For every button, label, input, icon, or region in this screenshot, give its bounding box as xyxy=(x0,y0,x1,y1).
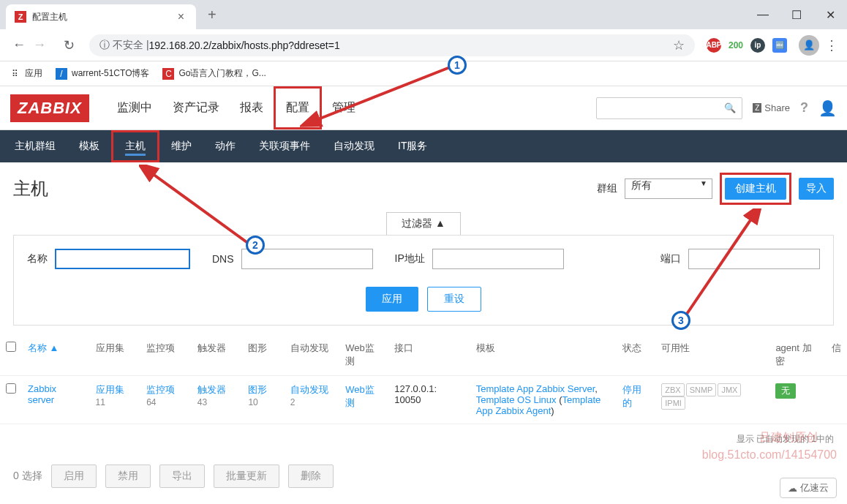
subnav-hostgroups[interactable]: 主机群组 xyxy=(3,130,67,162)
browser-menu-icon[interactable]: ⋮ xyxy=(825,37,838,53)
bulk-massupdate-button[interactable]: 批量更新 xyxy=(214,464,279,488)
triggers-link[interactable]: 触发器 43 xyxy=(197,384,226,407)
reload-button[interactable]: ↻ xyxy=(59,35,79,56)
filter-ip-input[interactable] xyxy=(432,249,564,269)
address-bar[interactable]: ⓘ 不安全 | 192.168.20.2/zabbix/hosts.php?dd… xyxy=(89,34,695,56)
bookmark-favicon-icon: / xyxy=(56,68,67,80)
group-label: 群组 xyxy=(597,182,617,195)
col-web[interactable]: Web监测 xyxy=(339,334,388,376)
page-title: 主机 xyxy=(13,177,48,200)
col-apps[interactable]: 应用集 xyxy=(90,334,141,376)
insecure-label: 不安全 | xyxy=(113,39,149,52)
row-checkbox[interactable] xyxy=(6,383,16,394)
filter-apply-button[interactable]: 应用 xyxy=(366,287,418,312)
table-row: Zabbix server 应用集 11 监控项 64 触发器 43 图形 10… xyxy=(0,376,847,424)
translate-icon[interactable]: 🔤 xyxy=(772,38,787,53)
maximize-icon[interactable]: ☐ xyxy=(780,0,813,29)
browser-tab[interactable]: Z 配置主机 × xyxy=(6,4,196,29)
subnav-templates[interactable]: 模板 xyxy=(67,130,111,162)
bookmark-label: Go语言入门教程，G... xyxy=(178,67,266,80)
search-input[interactable]: 🔍 xyxy=(596,97,742,119)
browser-tab-strip: Z 配置主机 × + — ☐ ✕ xyxy=(0,0,847,29)
subnav-maintenance[interactable]: 维护 xyxy=(159,130,203,162)
col-triggers[interactable]: 触发器 xyxy=(192,334,243,376)
apps-shortcut[interactable]: ⠿ 应用 xyxy=(9,67,42,80)
bookmarks-bar: ⠿ 应用 / warrent-51CTO博客 C Go语言入门教程，G... xyxy=(0,61,847,86)
discovery-link[interactable]: 自动发现 2 xyxy=(290,384,328,407)
help-icon[interactable]: ? xyxy=(800,100,808,116)
host-name-link[interactable]: Zabbix server xyxy=(28,383,56,405)
filter-port-input[interactable] xyxy=(688,249,820,269)
share-button[interactable]: Z Share xyxy=(753,102,790,113)
url-text: 192.168.20.2/zabbix/hosts.php?ddreset=1 xyxy=(149,40,340,51)
group-value: 所有 xyxy=(631,179,652,191)
user-icon[interactable]: 👤 xyxy=(818,99,837,117)
minimize-icon[interactable]: — xyxy=(746,0,780,29)
bulk-export-button[interactable]: 导出 xyxy=(159,464,205,488)
sub-nav: 主机群组 模板 主机 维护 动作 关联项事件 自动发现 IT服务 xyxy=(0,130,847,162)
web-link[interactable]: Web监测 xyxy=(345,384,374,408)
bulk-disable-button[interactable]: 禁用 xyxy=(105,464,151,488)
filter-name-input[interactable] xyxy=(55,249,190,269)
create-host-highlight: 创建主机 xyxy=(720,173,791,205)
col-discovery[interactable]: 自动发现 xyxy=(285,334,340,376)
col-interface: 接口 xyxy=(388,334,470,376)
subnav-actions[interactable]: 动作 xyxy=(203,130,247,162)
extensions: ABP 200 ip 🔤 xyxy=(701,38,793,53)
table-header-row: 名称 ▲ 应用集 监控项 触发器 图形 自动发现 Web监测 接口 模板 状态 … xyxy=(0,334,847,376)
avail-snmp: SNMP xyxy=(686,383,717,396)
group-select[interactable]: 所有 xyxy=(625,178,712,199)
bookmark-2[interactable]: C Go语言入门教程，G... xyxy=(162,67,266,80)
filter-name-label: 名称 xyxy=(27,252,48,266)
subnav-discovery[interactable]: 自动发现 xyxy=(322,130,386,162)
filter-reset-button[interactable]: 重设 xyxy=(427,287,481,312)
profile-avatar[interactable]: 👤 xyxy=(799,35,819,56)
col-status[interactable]: 状态 xyxy=(617,334,656,376)
graphs-link[interactable]: 图形 10 xyxy=(248,384,267,407)
search-icon: 🔍 xyxy=(724,102,736,113)
back-button[interactable]: ← xyxy=(9,35,29,56)
col-graphs[interactable]: 图形 xyxy=(242,334,284,376)
tab-close-icon[interactable]: × xyxy=(175,10,187,23)
close-icon[interactable]: ✕ xyxy=(813,0,847,29)
subnav-hosts[interactable]: 主机 xyxy=(111,130,159,162)
col-items[interactable]: 监控项 xyxy=(140,334,192,376)
bookmark-star-icon[interactable]: ☆ xyxy=(673,37,685,53)
bulk-enable-button[interactable]: 启用 xyxy=(51,464,97,488)
apps-link[interactable]: 应用集 11 xyxy=(96,384,124,407)
import-button[interactable]: 导入 xyxy=(799,178,834,200)
template-link[interactable]: Template OS Linux xyxy=(476,394,557,405)
nav-administration[interactable]: 管理 xyxy=(322,86,366,129)
subnav-itservices[interactable]: IT服务 xyxy=(386,130,439,162)
selected-count: 0 选择 xyxy=(13,470,42,483)
share-label: Share xyxy=(764,102,790,113)
annotation-3: 3 xyxy=(671,311,690,330)
filter-toggle[interactable]: 过滤器 ▲ xyxy=(386,212,461,235)
ip-extension-icon[interactable]: ip xyxy=(750,38,765,53)
adblock-icon[interactable]: ABP xyxy=(707,38,721,53)
cloud-icon: ☁ xyxy=(788,483,797,494)
select-all-checkbox[interactable] xyxy=(6,342,16,352)
col-agent: agent 加密 xyxy=(769,334,826,376)
nav-inventory[interactable]: 资产记录 xyxy=(162,86,230,129)
bookmark-favicon-icon: C xyxy=(162,68,174,80)
subnav-correlation[interactable]: 关联项事件 xyxy=(247,130,322,162)
site-info-icon[interactable]: ⓘ xyxy=(99,39,110,52)
items-link[interactable]: 监控项 64 xyxy=(146,384,175,407)
nav-monitoring[interactable]: 监测中 xyxy=(107,86,162,129)
extension-counter[interactable]: 200 xyxy=(729,40,743,50)
new-tab-button[interactable]: + xyxy=(208,7,217,23)
nav-configuration[interactable]: 配置 xyxy=(274,86,322,129)
template-link[interactable]: Template App Zabbix Server xyxy=(476,383,595,394)
zabbix-logo[interactable]: ZABBIX xyxy=(10,94,89,122)
nav-reports[interactable]: 报表 xyxy=(230,86,274,129)
create-host-button[interactable]: 创建主机 xyxy=(725,178,786,200)
bookmark-1[interactable]: / warrent-51CTO博客 xyxy=(56,67,149,80)
col-name[interactable]: 名称 ▲ xyxy=(22,334,90,376)
status-link[interactable]: 停用的 xyxy=(622,384,641,408)
filter-ip-label: IP地址 xyxy=(395,252,425,266)
filter-port-field: 端口 xyxy=(660,249,820,269)
forward-button[interactable]: → xyxy=(29,35,50,56)
bulk-delete-button[interactable]: 删除 xyxy=(288,464,334,488)
yisu-badge: ☁亿速云 xyxy=(780,478,837,498)
